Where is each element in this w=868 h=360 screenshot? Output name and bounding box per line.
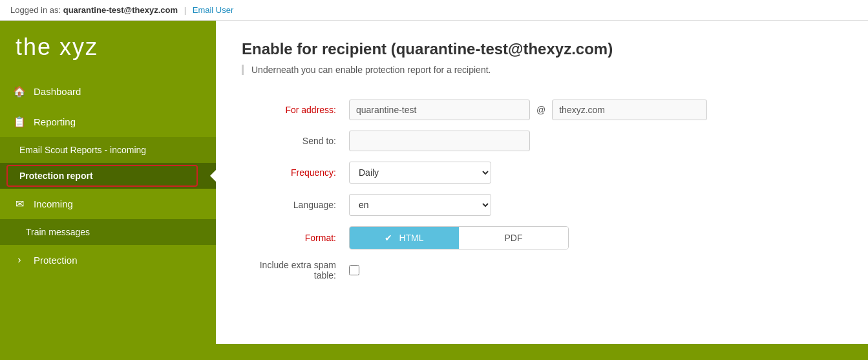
sidebar: the xyz 🏠 Dashboard 📋 Reporting Email Sc… [0, 21, 216, 344]
language-label: Language: [242, 189, 345, 221]
sidebar-item-dashboard[interactable]: 🏠 Dashboard [0, 76, 216, 107]
language-select[interactable]: en nl de fr [349, 194, 491, 216]
separator: | [184, 5, 186, 15]
sidebar-label-protection: Protection [34, 255, 78, 266]
check-icon: ✔ [385, 233, 392, 243]
sidebar-label-train-messages: Train messages [26, 227, 90, 237]
send-to-field-cell [345, 125, 842, 156]
format-label: Format: [242, 221, 345, 255]
for-address-row: For address: @ [242, 94, 842, 125]
sidebar-item-train-messages[interactable]: Train messages [0, 219, 216, 245]
email-user-link[interactable]: Email User [193, 5, 234, 15]
extra-spam-field-cell [345, 255, 842, 286]
sidebar-item-protection-report[interactable]: Protection report [0, 163, 216, 189]
format-html-label: HTML [399, 233, 423, 243]
frequency-field-cell: Daily Weekly Monthly [345, 156, 842, 189]
extra-spam-checkbox-row [349, 265, 838, 275]
format-row: Format: ✔ HTML PDF [242, 221, 842, 255]
send-to-row: Send to: [242, 125, 842, 156]
sidebar-label-reporting: Reporting [34, 116, 76, 127]
layout: the xyz 🏠 Dashboard 📋 Reporting Email Sc… [0, 21, 868, 344]
page-subtitle: Underneath you can enable protection rep… [242, 65, 842, 75]
for-address-domain-input[interactable] [552, 100, 707, 120]
format-toggle: ✔ HTML PDF [349, 226, 569, 249]
frequency-select[interactable]: Daily Weekly Monthly [349, 162, 491, 184]
sidebar-item-reporting[interactable]: 📋 Reporting [0, 107, 216, 137]
frequency-label: Frequency: [242, 156, 345, 189]
format-html-button[interactable]: ✔ HTML [350, 227, 459, 249]
logged-in-prefix: Logged in as: [10, 5, 63, 15]
main-content: Enable for recipient (quarantine-test@th… [216, 21, 868, 344]
form-table: For address: @ Send to: Frequency: [242, 94, 842, 286]
extra-spam-checkbox[interactable] [349, 265, 359, 275]
reporting-icon: 📋 [13, 116, 26, 128]
for-address-user-input[interactable] [349, 100, 530, 120]
logo: the xyz [0, 21, 216, 76]
for-address-label: For address: [242, 94, 345, 125]
home-icon: 🏠 [13, 85, 26, 98]
email-icon: ✉ [13, 198, 26, 210]
address-row: @ [349, 100, 838, 120]
extra-spam-row: Include extra spam table: [242, 255, 842, 286]
user-email: quarantine-test@thexyz.com [63, 5, 178, 15]
at-symbol: @ [535, 105, 547, 115]
sidebar-label-email-scout: Email Scout Reports - incoming [19, 145, 146, 155]
format-pdf-button[interactable]: PDF [459, 227, 568, 249]
sidebar-item-email-scout[interactable]: Email Scout Reports - incoming [0, 137, 216, 163]
sidebar-label-protection-report: Protection report [19, 171, 93, 181]
send-to-input[interactable] [349, 131, 530, 151]
sidebar-item-incoming[interactable]: ✉ Incoming [0, 189, 216, 219]
format-field-cell: ✔ HTML PDF [345, 221, 842, 255]
for-address-fields: @ [345, 94, 842, 125]
send-to-label: Send to: [242, 125, 345, 156]
extra-spam-label: Include extra spam table: [242, 255, 345, 286]
top-bar: Logged in as: quarantine-test@thexyz.com… [0, 0, 868, 21]
language-row: Language: en nl de fr [242, 189, 842, 221]
format-pdf-label: PDF [505, 233, 523, 243]
page-title: Enable for recipient (quarantine-test@th… [242, 40, 842, 58]
sidebar-label-incoming: Incoming [34, 198, 73, 209]
frequency-row: Frequency: Daily Weekly Monthly [242, 156, 842, 189]
protection-icon: › [13, 254, 26, 266]
language-field-cell: en nl de fr [345, 189, 842, 221]
sidebar-item-protection[interactable]: › Protection [0, 245, 216, 275]
sidebar-label-dashboard: Dashboard [34, 86, 81, 97]
